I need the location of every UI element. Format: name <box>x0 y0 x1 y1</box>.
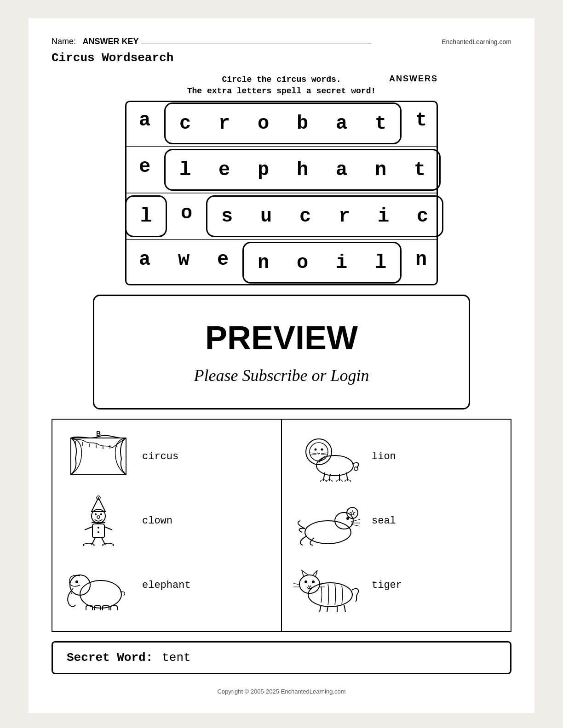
preview-subtitle: Please Subscribe or Login <box>113 366 450 385</box>
circus-tent-icon: B <box>62 429 135 484</box>
cell-0-1: c <box>166 104 205 143</box>
svg-text:★: ★ <box>350 509 356 517</box>
secret-word-box: Secret Word: tent <box>52 641 511 674</box>
cell-3-1: w <box>164 240 203 279</box>
vocab-word-lion: lion <box>372 451 396 462</box>
lion-icon <box>291 429 365 484</box>
cell-3-5: i <box>322 243 361 282</box>
svg-point-13 <box>97 516 100 518</box>
cell-0-2: r <box>205 104 244 143</box>
svg-point-22 <box>103 543 114 546</box>
cell-0-3: o <box>244 104 283 143</box>
preview-overlay: PREVIEW Please Subscribe or Login <box>93 295 470 410</box>
svg-point-31 <box>310 443 328 461</box>
vocab-right-column: lion <box>282 420 511 631</box>
svg-text:B: B <box>96 431 101 437</box>
svg-point-25 <box>75 580 78 583</box>
vocab-item-circus: B circus <box>62 429 272 484</box>
name-underline <box>141 44 371 44</box>
name-field: Name: ANSWER KEY <box>52 37 371 46</box>
vocab-item-elephant: elephant <box>62 557 272 613</box>
cell-3-2: e <box>203 240 242 279</box>
cell-2-5: r <box>325 197 364 236</box>
cell-2-0: l <box>126 197 166 236</box>
cell-1-7: t <box>400 150 439 189</box>
answers-label: ANSWERS <box>389 74 438 84</box>
cell-3-6: l <box>361 243 400 282</box>
cell-2-7: c <box>403 197 442 236</box>
site-url: EnchantedLearning.com <box>442 38 511 46</box>
svg-point-15 <box>98 527 99 529</box>
svg-point-60 <box>312 580 315 583</box>
vocab-item-tiger: tiger <box>291 557 501 613</box>
secret-word-value: tent <box>162 651 190 665</box>
seal-icon: ★ <box>291 493 365 548</box>
svg-line-36 <box>321 453 328 454</box>
vocab-section: B circus <box>52 419 511 632</box>
cell-1-2: e <box>205 150 244 189</box>
cell-1-1: l <box>166 150 205 189</box>
page: Name: ANSWER KEY EnchantedLearning.com C… <box>29 18 534 713</box>
clown-icon <box>62 493 135 548</box>
svg-line-64 <box>344 605 345 612</box>
vocab-word-tiger: tiger <box>372 580 402 591</box>
page-title: Circus Wordsearch <box>52 51 511 65</box>
svg-line-18 <box>104 527 112 530</box>
cell-1-5: a <box>322 150 361 189</box>
svg-point-33 <box>321 449 323 451</box>
svg-point-16 <box>98 531 99 533</box>
cell-0-4: b <box>283 104 322 143</box>
svg-line-34 <box>310 453 316 454</box>
svg-point-12 <box>100 513 102 515</box>
vocab-word-seal: seal <box>372 515 396 527</box>
name-label: Name: <box>52 37 76 46</box>
svg-point-59 <box>304 580 307 583</box>
cell-0-0: a <box>125 101 164 140</box>
header: Name: ANSWER KEY EnchantedLearning.com <box>52 37 511 46</box>
grid-area: a c r o b a t t <box>125 101 438 285</box>
svg-line-35 <box>310 455 316 455</box>
svg-rect-29 <box>111 606 117 610</box>
cell-1-6: n <box>361 150 400 189</box>
elephant-icon <box>62 557 135 613</box>
svg-line-54 <box>351 524 360 526</box>
vocab-item-lion: lion <box>291 429 501 484</box>
cell-2-3: u <box>247 197 286 236</box>
tiger-icon <box>291 557 365 613</box>
name-value: ANSWER KEY <box>82 37 138 46</box>
cell-3-4: o <box>283 243 322 282</box>
cell-2-1: o <box>167 193 206 233</box>
cell-3-7: n <box>402 240 441 279</box>
svg-line-52 <box>351 519 360 522</box>
svg-point-32 <box>315 449 317 451</box>
vocab-word-circus: circus <box>142 451 178 462</box>
cell-3-3: n <box>244 243 283 282</box>
puzzle-container: Circle the circus words. The extra lette… <box>52 74 511 285</box>
svg-line-62 <box>327 606 328 612</box>
svg-point-48 <box>354 467 358 471</box>
cell-1-3: p <box>244 150 283 189</box>
svg-point-23 <box>80 580 121 608</box>
svg-point-11 <box>95 513 97 515</box>
cell-3-0: a <box>125 240 164 279</box>
svg-point-57 <box>308 583 352 607</box>
cell-1-4: h <box>283 150 322 189</box>
svg-rect-14 <box>92 524 104 538</box>
vocab-item-seal: ★ seal <box>291 493 501 548</box>
vocab-word-clown: clown <box>142 515 172 527</box>
vocab-word-elephant: elephant <box>142 580 191 591</box>
svg-point-21 <box>83 543 94 546</box>
cell-1-0: e <box>125 147 164 186</box>
preview-title: PREVIEW <box>113 319 450 357</box>
cell-0-5: a <box>322 104 361 143</box>
secret-word-label: Secret Word: <box>67 651 153 665</box>
svg-line-17 <box>85 527 92 530</box>
copyright: Copyright © 2005-2025 EnchantedLearning.… <box>52 688 511 695</box>
cell-2-2: s <box>207 197 247 236</box>
cell-2-6: i <box>364 197 403 236</box>
vocab-left-column: B circus <box>52 420 282 631</box>
cell-0-6: t <box>361 104 400 143</box>
svg-line-37 <box>321 455 328 455</box>
cell-0-7: t <box>402 101 441 140</box>
cell-2-4: c <box>286 197 325 236</box>
